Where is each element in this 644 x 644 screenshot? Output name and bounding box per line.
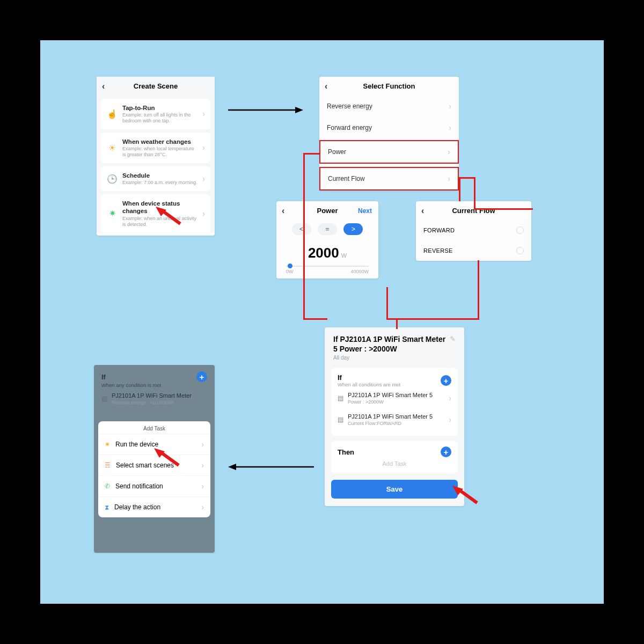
chevron-right-icon: › [201, 461, 204, 470]
annotation-line [386, 318, 397, 320]
function-row-current-flow[interactable]: Current Flow› [319, 167, 459, 191]
annotation-line [303, 153, 320, 155]
current-flow-panel: ‹ Current Flow FORWARD REVERSE [416, 201, 531, 261]
if-label: If [101, 373, 106, 381]
scene-option-weather[interactable]: ☀ When weather changesExample: when loca… [101, 133, 210, 163]
select-function-panel: ‹ Select Function Reverse energy› Forwar… [319, 77, 459, 191]
chevron-right-icon: › [201, 482, 204, 491]
op-greater-than[interactable]: > [343, 223, 363, 235]
then-label: Then [338, 448, 354, 456]
slider-min: 0W [286, 269, 294, 274]
annotation-line [459, 177, 460, 201]
annotation-line [478, 260, 479, 319]
device-icon: ▤ [338, 416, 343, 423]
scene-option-schedule[interactable]: 🕒 ScheduleExample: 7:00 a.m. every morni… [101, 166, 210, 191]
annotation-line [396, 318, 398, 329]
power-panel: ‹ Power Next < = > 2000W 0W40000W [276, 201, 378, 279]
power-slider[interactable] [286, 266, 369, 267]
summary-panel: If PJ2101A 1P WiFi Smart Meter 5 Power :… [325, 327, 464, 506]
annotation-line [459, 177, 475, 179]
chevron-right-icon: › [202, 174, 205, 183]
current-flow-reverse[interactable]: REVERSE [416, 240, 531, 261]
sun-icon: ☀ [106, 142, 118, 153]
chevron-right-icon: › [449, 415, 451, 424]
device-icon: ▤ [338, 394, 343, 402]
function-row-forward-energy[interactable]: Forward energy› [319, 117, 459, 138]
scene-icon: ☴ [105, 462, 111, 469]
bulb-icon: ✷ [106, 208, 118, 219]
scene-option-label: Tap-to-Run [122, 104, 198, 112]
scene-option-label: When weather changes [122, 138, 198, 145]
chevron-right-icon: › [202, 209, 205, 218]
if-subtitle: When any condition is met [101, 382, 207, 388]
next-button[interactable]: Next [358, 207, 372, 215]
add-task-button[interactable]: + [441, 447, 451, 457]
add-condition-button[interactable]: + [196, 371, 207, 382]
add-condition-button[interactable]: + [441, 375, 451, 386]
chevron-right-icon: › [449, 102, 451, 111]
sheet-title: Add Task [98, 421, 210, 434]
svg-marker-3 [228, 464, 236, 470]
function-row-reverse-energy[interactable]: Reverse energy› [319, 96, 459, 117]
flow-arrow [228, 462, 314, 472]
device-icon: ▤ [101, 395, 107, 402]
bulb-icon: ✷ [105, 441, 110, 448]
back-icon[interactable]: ‹ [102, 82, 105, 91]
op-equals[interactable]: = [318, 223, 337, 235]
chevron-right-icon: › [202, 109, 205, 118]
slider-handle[interactable] [288, 264, 292, 268]
edit-icon[interactable]: ✎ [450, 335, 456, 343]
annotation-line [303, 153, 305, 319]
scene-option-label: Schedule [122, 172, 198, 179]
annotation-line [474, 208, 533, 210]
task-row-send-notification[interactable]: ✆Send notification› [98, 475, 210, 496]
back-icon[interactable]: ‹ [421, 206, 424, 216]
add-task-sheet: Add Task ✷Run the device› ☴Select smart … [98, 421, 210, 517]
if-subtitle: When all conditions are met [338, 382, 400, 387]
current-flow-forward[interactable]: FORWARD [416, 220, 531, 240]
create-scene-title: Create Scene [134, 82, 178, 90]
phone-icon: ✆ [105, 482, 110, 490]
radio-icon[interactable] [516, 247, 524, 254]
pointer-arrow [154, 448, 181, 467]
chevron-right-icon: › [448, 174, 450, 183]
function-row-power[interactable]: Power› [319, 140, 459, 164]
pointer-arrow [452, 486, 479, 505]
svg-marker-1 [295, 107, 303, 113]
annotation-line [474, 177, 475, 208]
annotation-line [303, 318, 327, 320]
annotation-line [396, 318, 479, 320]
svg-marker-9 [452, 486, 463, 495]
summary-title: If PJ2101A 1P WiFi Smart Meter 5 Power :… [333, 335, 447, 354]
condition-row[interactable]: ▤ PJ2101A 1P WiFi Smart Meter 5Power : >… [338, 387, 451, 409]
summary-subtitle: All day [333, 355, 447, 361]
tap-icon: ☝ [106, 108, 118, 120]
flow-arrow [228, 105, 303, 115]
svg-marker-5 [156, 207, 166, 216]
task-row-delay[interactable]: ⧗Delay the action› [98, 496, 210, 517]
chevron-right-icon: › [449, 394, 451, 402]
svg-marker-7 [154, 448, 165, 458]
save-button[interactable]: Save [331, 480, 458, 499]
slider-max: 40000W [350, 269, 369, 274]
radio-icon[interactable] [516, 226, 524, 234]
hourglass-icon: ⧗ [105, 503, 109, 511]
back-icon[interactable]: ‹ [282, 206, 284, 216]
if-label: If [338, 374, 400, 382]
power-value: 2000W [276, 245, 378, 261]
select-function-title: Select Function [363, 82, 415, 90]
clock-icon: 🕒 [106, 173, 118, 185]
op-less-than[interactable]: < [292, 223, 311, 235]
annotation-line [386, 287, 388, 318]
power-title: Power [317, 207, 338, 215]
chevron-right-icon: › [202, 143, 205, 152]
chevron-right-icon: › [449, 123, 451, 132]
scene-option-tap-to-run[interactable]: ☝ Tap-to-RunExample: turn off all lights… [101, 99, 210, 129]
condition-row[interactable]: ▤ PJ2101A 1P WiFi Smart Meter 5Current F… [338, 409, 451, 430]
pointer-arrow [156, 207, 182, 226]
chevron-right-icon: › [448, 148, 450, 156]
chevron-right-icon: › [201, 440, 204, 449]
chevron-right-icon: › [201, 503, 204, 511]
canvas: ‹ Create Scene ☝ Tap-to-RunExample: turn… [40, 40, 604, 604]
back-icon[interactable]: ‹ [325, 82, 327, 91]
